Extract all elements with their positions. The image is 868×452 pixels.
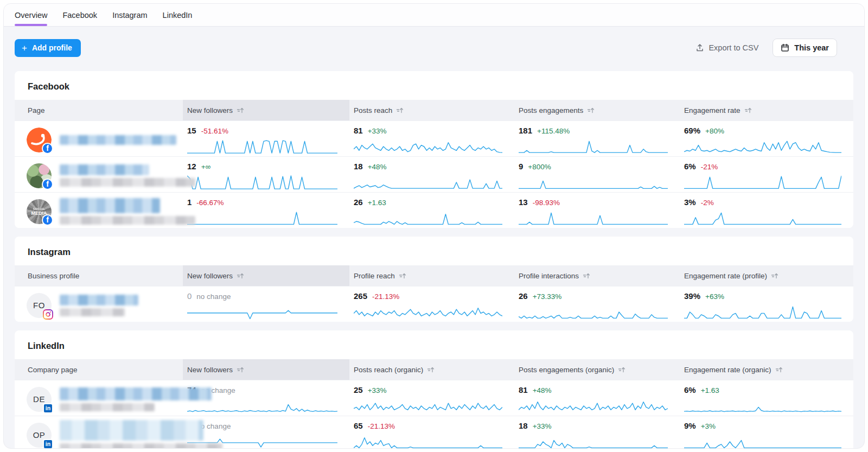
metric-value-line: 18+33% bbox=[519, 421, 668, 431]
profile-row[interactable]: SOCIALMEDIAf1-66.67%26+1.6313-98.93%3%-2… bbox=[15, 192, 853, 228]
sort-icon bbox=[771, 272, 778, 279]
column-header-label: Profile reach bbox=[354, 272, 395, 280]
add-profile-button[interactable]: + Add profile bbox=[15, 39, 81, 57]
metric-delta: +63% bbox=[705, 292, 724, 301]
linkedin-badge-icon: in bbox=[43, 439, 53, 449]
sort-icon bbox=[427, 366, 435, 373]
profile-row[interactable]: DEin74no change25+33%81+48%6%+1.63 bbox=[15, 380, 853, 416]
metric-column-header[interactable]: Posts reach (organic) bbox=[349, 359, 514, 380]
metric-cell: 13-98.93% bbox=[514, 193, 680, 228]
sparkline-chart bbox=[187, 304, 337, 320]
sparkline-chart bbox=[684, 304, 841, 320]
sparkline-chart bbox=[684, 174, 841, 190]
profile-cell: f bbox=[15, 121, 183, 158]
metric-value-line: 39%+63% bbox=[684, 291, 841, 301]
metric-column-header[interactable]: Profile reach bbox=[349, 265, 514, 286]
metric-cell: 81+33% bbox=[349, 121, 514, 158]
tab-facebook[interactable]: Facebook bbox=[62, 5, 97, 26]
sparkline-chart bbox=[354, 398, 502, 414]
sort-icon bbox=[775, 366, 783, 373]
metric-value: 65 bbox=[354, 421, 363, 431]
metric-value-line: 26+1.63 bbox=[354, 198, 502, 207]
sections-container: FacebookPageNew followersPosts reachPost… bbox=[4, 57, 864, 449]
sparkline-chart bbox=[187, 398, 337, 414]
profile-cell: f bbox=[15, 157, 183, 194]
redacted-profile-name bbox=[60, 178, 195, 187]
metric-cell: 181+115.48% bbox=[514, 121, 680, 158]
export-csv-button[interactable]: Export to CSV bbox=[695, 43, 758, 52]
export-icon bbox=[695, 43, 704, 52]
metric-column-header[interactable]: New followers bbox=[183, 265, 349, 286]
metric-value-line: 65-21.13% bbox=[354, 421, 502, 431]
metric-column-header[interactable]: New followers bbox=[183, 359, 349, 380]
metric-delta: -21% bbox=[701, 163, 718, 171]
plus-icon: + bbox=[22, 43, 27, 53]
metric-delta: +∞ bbox=[201, 163, 211, 171]
metric-column-header[interactable]: Posts reach bbox=[349, 100, 514, 120]
sparkline-chart bbox=[519, 210, 668, 226]
metric-delta: -2% bbox=[701, 199, 714, 207]
redacted-profile-name bbox=[60, 443, 222, 449]
profile-row[interactable]: f12+∞18+48%9+800%6%-21% bbox=[15, 156, 853, 192]
sort-icon bbox=[237, 366, 244, 373]
tab-instagram[interactable]: Instagram bbox=[112, 5, 147, 26]
tab-overview[interactable]: Overview bbox=[15, 5, 47, 26]
metric-value-line: 9+800% bbox=[519, 162, 668, 171]
metric-value: 3% bbox=[684, 198, 696, 207]
metric-column-header[interactable]: Posts engagements bbox=[514, 100, 680, 120]
redacted-profile-name bbox=[60, 308, 125, 316]
metric-value-line: 81+33% bbox=[354, 126, 502, 136]
redacted-profile-name bbox=[60, 295, 138, 305]
profile-name bbox=[60, 420, 222, 449]
section-title: Instagram bbox=[15, 237, 853, 265]
tab-linkedin[interactable]: LinkedIn bbox=[163, 5, 193, 26]
sparkline-chart bbox=[354, 434, 502, 449]
sparkline-chart bbox=[354, 210, 502, 226]
metric-column-header[interactable]: Profile interactions bbox=[514, 265, 680, 286]
add-profile-label: Add profile bbox=[32, 43, 72, 52]
column-header-label: Profile interactions bbox=[519, 272, 579, 280]
entity-column-header: Page bbox=[15, 100, 183, 120]
metric-column-header[interactable]: Posts engagements (organic) bbox=[514, 359, 680, 380]
metric-delta: +48% bbox=[368, 163, 387, 171]
metric-cell: 81+48% bbox=[514, 380, 680, 418]
facebook-section: FacebookPageNew followersPosts reachPost… bbox=[15, 71, 853, 228]
column-header-label: Engagement rate (profile) bbox=[684, 272, 767, 280]
sort-icon bbox=[583, 272, 590, 279]
metric-column-header[interactable]: Engagement rate bbox=[680, 100, 853, 120]
profile-avatar: DEin bbox=[27, 387, 52, 412]
metric-cell: 25+33% bbox=[349, 380, 514, 418]
date-range-label: This year bbox=[794, 43, 829, 52]
metric-value: 0 bbox=[187, 291, 192, 301]
column-header-label: Posts reach (organic) bbox=[354, 366, 423, 374]
metric-value-line: 0no change bbox=[187, 421, 337, 431]
metric-cell: 6%-21% bbox=[680, 157, 853, 194]
metric-value-line: 9%+3% bbox=[684, 421, 841, 431]
table-header-row: Business profileNew followersProfile rea… bbox=[15, 265, 853, 286]
date-range-button[interactable]: This year bbox=[773, 39, 837, 57]
metric-delta: +80% bbox=[705, 127, 724, 136]
metric-value-line: 81+48% bbox=[519, 385, 668, 395]
section-title: Facebook bbox=[15, 71, 853, 100]
metric-value: 181 bbox=[519, 126, 532, 136]
metric-value: 9 bbox=[519, 162, 523, 171]
metric-value-line: 265-21.13% bbox=[354, 291, 502, 301]
metric-value-line: 181+115.48% bbox=[519, 126, 668, 136]
tab-bar: OverviewFacebookInstagramLinkedIn bbox=[4, 4, 864, 27]
profile-row[interactable]: f15-51.61%81+33%181+115.48%69%+80% bbox=[15, 120, 853, 156]
profile-row[interactable]: FO0no change265-21.13%26+73.33%39%+63% bbox=[15, 286, 853, 322]
facebook-badge-icon: f bbox=[42, 214, 53, 226]
entity-column-header: Business profile bbox=[15, 265, 183, 286]
sparkline-chart bbox=[519, 304, 668, 320]
metric-value-line: 3%-2% bbox=[684, 198, 841, 207]
metric-column-header[interactable]: Engagement rate (organic) bbox=[680, 359, 853, 380]
metric-value: 6% bbox=[684, 162, 696, 171]
profile-avatar: FO bbox=[27, 293, 52, 318]
metric-value-line: 0no change bbox=[187, 291, 337, 301]
metric-column-header[interactable]: Engagement rate (profile) bbox=[680, 265, 853, 286]
profile-row[interactable]: OPin0no change65-21.13%18+33%9%+3% bbox=[15, 416, 853, 449]
redacted-profile-name bbox=[60, 198, 160, 213]
metric-cell: 18+48% bbox=[349, 157, 514, 194]
metric-column-header[interactable]: New followers bbox=[183, 100, 349, 120]
metric-value: 69% bbox=[684, 126, 700, 136]
